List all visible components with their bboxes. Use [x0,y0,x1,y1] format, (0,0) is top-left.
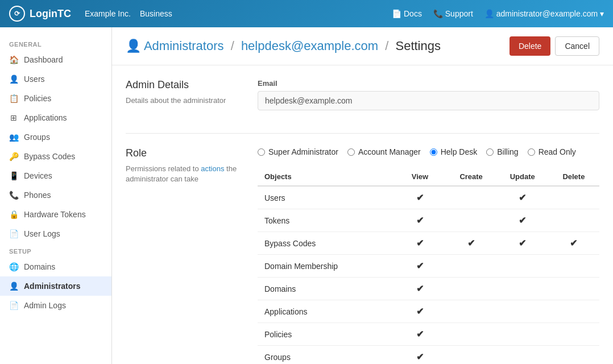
page-title: 👤 Administrators / helpdesk@example.com … [126,39,441,53]
perm-update: ✔ [497,209,548,232]
perm-delete [548,209,599,232]
domains-icon: 🌐 [9,262,18,271]
perm-update [497,346,548,365]
check-icon: ✔ [416,193,424,202]
role-option-read-only[interactable]: Read Only [528,147,576,156]
radio-help-desk[interactable] [430,148,437,156]
table-row: Bypass Codes✔✔✔✔ [258,232,599,255]
docs-link[interactable]: 📄 Docs [392,9,422,18]
col-view: View [394,168,445,186]
radio-account-manager[interactable] [347,148,355,156]
sidebar-item-users[interactable]: 👤 Users [0,69,111,89]
perm-update [497,255,548,278]
radio-read-only[interactable] [528,148,535,156]
check-icon: ✔ [519,238,526,248]
table-row: Domains✔ [258,278,599,300]
role-label-super-admin: Super Administrator [268,147,338,156]
role-label-help-desk: Help Desk [441,147,478,156]
role-option-help-desk[interactable]: Help Desk [430,147,478,156]
sidebar-item-bypass-codes[interactable]: 🔑 Bypass Codes [0,147,111,166]
check-icon: ✔ [519,216,526,225]
product-name[interactable]: Business [140,9,172,18]
sidebar-item-groups[interactable]: 👥 Groups [0,127,111,147]
dashboard-icon: 🏠 [9,55,18,64]
header-actions: Delete Cancel [510,36,599,56]
col-update: Update [497,168,548,186]
check-icon: ✔ [416,216,424,225]
perm-update [497,323,548,346]
sidebar-label-groups: Groups [24,133,50,142]
email-field[interactable] [258,91,599,110]
applications-icon: ⊞ [9,113,18,122]
perm-view: ✔ [394,186,445,209]
cancel-button[interactable]: Cancel [555,36,599,56]
role-section-left: Role Permissions related to actions the … [126,147,239,364]
admin-details-desc: Details about the administrator [126,96,239,106]
sidebar: GENERAL 🏠 Dashboard 👤 Users 📋 Policies ⊞… [0,27,112,364]
perm-update: ✔ [497,186,548,209]
sidebar-label-domains: Domains [24,262,55,271]
check-icon: ✔ [416,238,424,248]
brand-logo[interactable]: ⟳ LoginTC [9,6,71,22]
check-icon: ✔ [467,238,475,248]
user-menu[interactable]: 👤 administrator@example.com ▾ [484,9,604,18]
perm-create [446,346,497,365]
sidebar-label-administrators: Administrators [24,282,81,291]
main-layout: GENERAL 🏠 Dashboard 👤 Users 📋 Policies ⊞… [0,27,613,364]
perm-object-name: Policies [258,323,394,346]
sidebar-item-admin-logs[interactable]: 📄 Admin Logs [0,296,111,315]
sidebar-item-administrators[interactable]: 👤 Administrators [0,276,111,296]
role-option-super-admin[interactable]: Super Administrator [258,147,338,156]
support-link[interactable]: 📞 Support [433,9,473,18]
sidebar-label-hardware-tokens: Hardware Tokens [24,210,86,219]
role-option-account-manager[interactable]: Account Manager [347,147,421,156]
sidebar-item-applications[interactable]: ⊞ Applications [0,108,111,127]
perm-delete [548,323,599,346]
table-row: Applications✔ [258,300,599,323]
admin-details-section: Admin Details Details about the administ… [126,79,599,134]
perm-object-name: Bypass Codes [258,232,394,255]
email-label: Email [258,79,599,88]
sidebar-item-hardware-tokens[interactable]: 🔒 Hardware Tokens [0,205,111,224]
breadcrumb-email[interactable]: helpdesk@example.com [241,39,378,53]
perm-delete [548,255,599,278]
permissions-table-body: Users✔✔Tokens✔✔Bypass Codes✔✔✔✔Domain Me… [258,186,599,364]
check-icon: ✔ [416,329,424,339]
perm-object-name: Groups [258,346,394,365]
breadcrumb-settings: Settings [395,39,441,53]
perm-view: ✔ [394,255,445,278]
col-delete: Delete [548,168,599,186]
table-row: Users✔✔ [258,186,599,209]
radio-billing[interactable] [486,148,494,156]
sidebar-item-domains[interactable]: 🌐 Domains [0,257,111,276]
org-nav: Example Inc. Business [85,9,172,18]
perm-object-name: Domain Membership [258,255,394,278]
sidebar-item-devices[interactable]: 📱 Devices [0,166,111,185]
radio-super-admin[interactable] [258,148,265,156]
delete-button[interactable]: Delete [510,36,550,56]
role-section: Role Permissions related to actions the … [126,147,599,364]
user-logs-icon: 📄 [9,229,18,238]
sidebar-item-dashboard[interactable]: 🏠 Dashboard [0,50,111,69]
sidebar-item-policies[interactable]: 📋 Policies [0,89,111,108]
role-desc: Permissions related to actions the admin… [126,164,239,184]
perm-create: ✔ [446,232,497,255]
perm-create [446,209,497,232]
admin-details-title: Admin Details [126,79,239,91]
sidebar-label-admin-logs: Admin Logs [24,301,66,310]
bypass-codes-icon: 🔑 [9,152,18,161]
check-icon: ✔ [570,238,577,248]
table-row: Domain Membership✔ [258,255,599,278]
setup-section-label: SETUP [0,243,111,257]
admin-details-right: Email [258,79,599,119]
sidebar-item-user-logs[interactable]: 📄 User Logs [0,224,111,243]
sidebar-item-phones[interactable]: 📞 Phones [0,185,111,205]
breadcrumb-administrators[interactable]: Administrators [144,39,224,53]
role-option-billing[interactable]: Billing [486,147,518,156]
org-name[interactable]: Example Inc. [85,9,131,18]
role-options: Super Administrator Account Manager Help… [258,147,599,156]
perm-create [446,323,497,346]
check-icon: ✔ [416,284,424,293]
sidebar-label-user-logs: User Logs [24,229,60,238]
table-row: Tokens✔✔ [258,209,599,232]
